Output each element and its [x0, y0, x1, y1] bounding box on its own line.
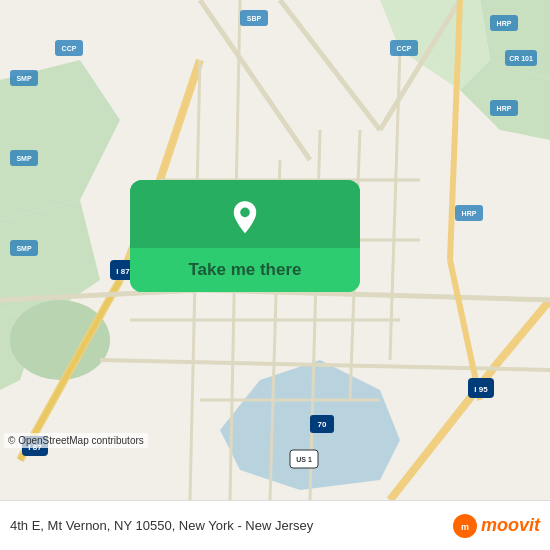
svg-text:I 95: I 95: [474, 385, 488, 394]
moovit-brand-icon: m: [457, 518, 473, 534]
moovit-logo: m moovit: [453, 514, 540, 538]
map-container: I 87 I 87 I 95 70 US 1 SMP SMP SMP CCP C…: [0, 0, 550, 500]
svg-text:HRP: HRP: [497, 20, 512, 27]
svg-text:CCP: CCP: [397, 45, 412, 52]
moovit-icon: m: [453, 514, 477, 538]
svg-point-7: [10, 300, 110, 380]
svg-text:US 1: US 1: [296, 456, 312, 463]
svg-text:SMP: SMP: [16, 245, 32, 252]
svg-text:m: m: [461, 522, 469, 532]
svg-text:HRP: HRP: [497, 105, 512, 112]
svg-text:SBP: SBP: [247, 15, 262, 22]
svg-text:HRP: HRP: [462, 210, 477, 217]
address-text: 4th E, Mt Vernon, NY 10550, New York - N…: [10, 518, 445, 533]
svg-point-67: [240, 208, 250, 218]
moovit-brand-text: moovit: [481, 515, 540, 536]
button-icon-area: [130, 180, 360, 248]
button-label: Take me there: [130, 248, 360, 292]
svg-text:SMP: SMP: [16, 75, 32, 82]
location-pin-icon: [225, 198, 265, 238]
take-me-there-button[interactable]: Take me there: [130, 180, 360, 292]
svg-text:SMP: SMP: [16, 155, 32, 162]
svg-text:I 87: I 87: [116, 267, 130, 276]
svg-text:CCP: CCP: [62, 45, 77, 52]
svg-text:70: 70: [318, 420, 327, 429]
osm-attribution: © OpenStreetMap contributors: [4, 433, 148, 448]
bottom-bar: 4th E, Mt Vernon, NY 10550, New York - N…: [0, 500, 550, 550]
svg-text:CR 101: CR 101: [509, 55, 533, 62]
